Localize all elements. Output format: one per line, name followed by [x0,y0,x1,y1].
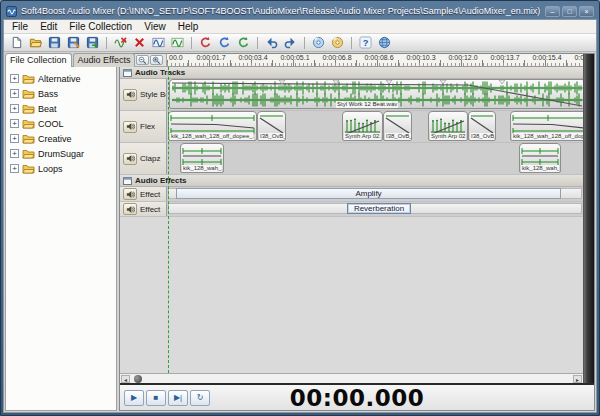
folder-icon [22,148,35,159]
edit-wave-button[interactable] [149,35,168,51]
horizontal-scrollbar[interactable]: ◄ ► [120,373,583,383]
expand-icon[interactable]: + [10,164,19,173]
playhead-line [168,67,169,373]
track-lane[interactable]: kik_128_wah_128_off_dopee_140_wI38_OvB_1… [167,111,583,142]
window-title: Soft4Boost Audio Mixer (D:\INNO_SETUP\SO… [21,6,540,16]
export-icon [86,36,99,49]
save-project-as-button[interactable] [64,35,83,51]
tab-audio-effects[interactable]: Audio Effects [73,53,136,67]
play-button[interactable]: ▶ [124,390,144,406]
tab-file-collection[interactable]: File Collection [5,53,72,67]
skip-end-button[interactable]: ▶| [168,390,188,406]
mix-disc-button[interactable] [309,35,328,51]
delete-button[interactable] [130,35,149,51]
tree-item-creative[interactable]: +Creative [6,131,116,146]
effect-lane[interactable]: Amplify [167,187,583,201]
export-mix-button[interactable] [83,35,102,51]
clip-label: I38_OvB_15 [259,133,285,140]
tree-item-beat[interactable]: +Beat [6,101,116,116]
audio-clip[interactable]: Synth Arp 02.wav [428,111,468,141]
tree-item-label: Creative [38,134,72,144]
expand-icon[interactable]: + [10,119,19,128]
tree-item-label: COOL [38,119,64,129]
audio-clip[interactable]: kik_128_wah_128_w [519,143,561,173]
ruler-label: 0:00:05.1 [280,54,309,61]
help-icon: ? [359,36,372,49]
track-area: Audio TracksStyle BeatStyl Work 12 Beat.… [120,67,583,373]
refresh-collection-button[interactable] [196,35,215,51]
menu-file[interactable]: File [6,21,34,32]
about-icon [378,36,391,49]
audio-clip[interactable]: I38_OvB_15 [468,111,496,141]
menu-edit[interactable]: Edit [34,21,63,32]
speaker-button[interactable] [123,153,137,165]
redo-button[interactable] [281,35,300,51]
expand-icon[interactable]: + [10,149,19,158]
effect-bar-reverberation[interactable]: Reverberation [347,203,411,214]
about-button[interactable] [375,35,394,51]
track-label-flex: Flex [120,111,167,142]
track-lane[interactable]: Styl Work 12 Beat.wav [167,79,583,110]
effect-row-reverberation: EffectReverberation [120,202,583,217]
audio-clip[interactable]: Styl Work 12 Beat.wav [169,79,583,109]
tree-item-drumsugar[interactable]: +DrumSugar [6,146,116,161]
expand-icon[interactable]: + [10,89,19,98]
update-collection-button[interactable] [234,35,253,51]
zoom-full-button[interactable] [150,55,163,65]
audio-clip[interactable]: I38_OvB_15 [257,111,286,141]
track-lane[interactable]: kik_128_wah_128_wkik_128_wah_128_w [167,143,583,174]
audio-clip[interactable]: kik_128_wah_128_off_dopee_140_w [510,111,583,141]
effect-speaker-button[interactable] [123,188,137,200]
preview-disc-button[interactable] [328,35,347,51]
menu-help[interactable]: Help [172,21,205,32]
section-grid-icon [123,69,132,77]
save-project-button[interactable] [45,35,64,51]
menu-view[interactable]: View [138,21,172,32]
scroll-left-arrow[interactable]: ◄ [121,375,130,383]
tree-item-alternative[interactable]: +Alternative [6,71,116,86]
clip-label: kik_128_wah_128_off_dopee_140_w [170,133,254,140]
audio-clip[interactable]: I38_OvB_15 [383,111,412,141]
tree-item-label: DrumSugar [38,149,84,159]
maximize-button[interactable]: □ [562,6,577,17]
effect-label: Effect [120,187,167,201]
time-ruler[interactable]: 00.00:00:01.70:00:03.40:00:05.10:00:06.8… [167,54,583,67]
track-label-clapz: Clapz [120,143,167,174]
speaker-button[interactable] [123,89,137,101]
rescan-collection-button[interactable] [215,35,234,51]
speaker-button[interactable] [123,121,137,133]
menu-file-collection[interactable]: File Collection [63,21,138,32]
minimize-button[interactable]: – [545,6,560,17]
expand-icon[interactable]: + [10,134,19,143]
folder-icon [22,103,35,114]
scroll-thumb[interactable] [134,375,142,383]
new-project-button[interactable] [7,35,26,51]
loop-button[interactable]: ↻ [190,390,210,406]
tree-item-loops[interactable]: +Loops [6,161,116,176]
remove-wave-button[interactable] [111,35,130,51]
scroll-right-arrow[interactable]: ► [573,375,582,383]
help-button[interactable]: ? [356,35,375,51]
view-wave-button[interactable] [168,35,187,51]
undo-button[interactable] [262,35,281,51]
track-label-style-beat: Style Beat [120,79,167,110]
close-button[interactable]: × [579,6,594,17]
zoom-out-button[interactable] [136,55,149,65]
expand-icon[interactable]: + [10,104,19,113]
clip-label: Styl Work 12 Beat.wav [336,101,398,108]
stop-button[interactable]: ■ [146,390,166,406]
audio-clip[interactable]: Synth Arp 02.wav [342,111,383,141]
clip-label: Synth Arp 02.wav [344,133,381,140]
tree-item-cool[interactable]: +COOL [6,116,116,131]
audio-clip[interactable]: kik_128_wah_128_w [180,143,224,173]
open-project-button[interactable] [26,35,45,51]
wave-green-icon [171,36,184,49]
title-bar[interactable]: Soft4Boost Audio Mixer (D:\INNO_SETUP\SO… [3,3,597,19]
tree-item-bass[interactable]: +Bass [6,86,116,101]
effect-lane[interactable]: Reverberation [167,202,583,216]
expand-icon[interactable]: + [10,74,19,83]
effect-bar-amplify[interactable]: Amplify [176,188,561,199]
vertical-scrollbar[interactable] [583,54,594,383]
effect-speaker-button[interactable] [123,203,137,215]
audio-clip[interactable]: kik_128_wah_128_off_dopee_140_w [168,111,257,141]
